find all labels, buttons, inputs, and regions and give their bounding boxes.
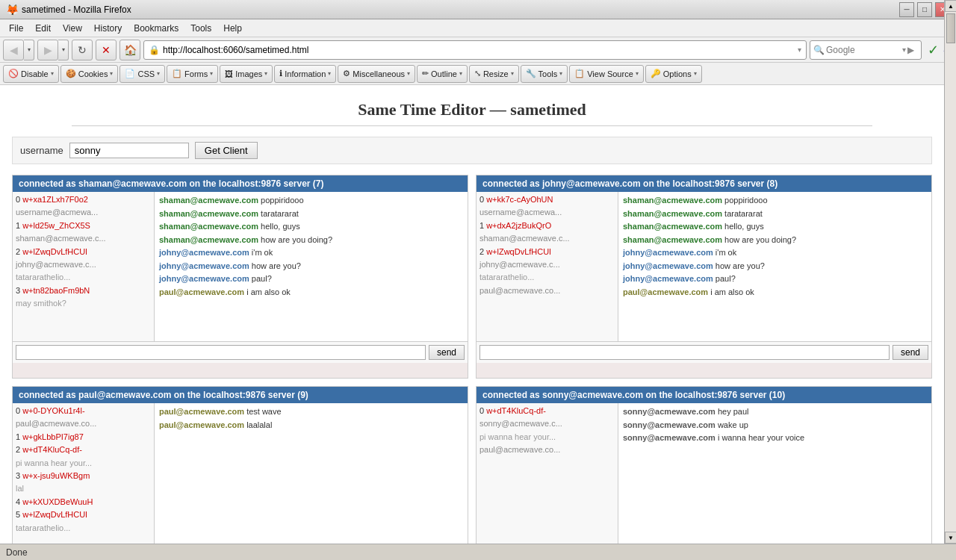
list-item: 3 w+x-jsu9uWKBgm [14, 470, 152, 482]
cookies-button[interactable]: 🍪 Cookies ▾ [60, 65, 119, 83]
chat-panel-1: connected as shaman@acmewave.com on the … [12, 175, 468, 379]
outline-button[interactable]: ✏ Outline ▾ [417, 65, 468, 83]
reload-button[interactable]: ↻ [72, 40, 93, 60]
get-client-button[interactable]: Get Client [195, 142, 258, 159]
chat-message: paul@acmewave.com i am also ok [159, 286, 463, 299]
back-button[interactable]: ◀ [3, 40, 24, 60]
chat-grid: connected as shaman@acmewave.com on the … [12, 175, 932, 544]
scroll-up-button[interactable]: ▲ [945, 0, 956, 12]
username-input[interactable] [69, 143, 189, 158]
list-item: tatararathelio... [14, 271, 152, 284]
menu-view[interactable]: View [57, 22, 88, 35]
forms-icon: 📋 [172, 69, 182, 78]
list-item: 0 w+xa1ZLxh7F0o2 [14, 193, 152, 206]
send-button-2[interactable]: send [893, 345, 928, 360]
scroll-track[interactable] [945, 12, 956, 532]
chat-users-2: 0 w+kk7c-cAyOhUN username@acmewa... 1 w+… [477, 192, 618, 341]
maximize-button[interactable]: □ [917, 2, 932, 17]
chat-message: shaman@acmewave.com taratararat [623, 208, 927, 220]
cookies-label: Cookies [78, 69, 108, 78]
scroll-thumb[interactable] [946, 13, 955, 43]
chat-input-1[interactable] [16, 345, 426, 360]
search-engine-icon: 🔍 [813, 45, 825, 55]
miscellaneous-button[interactable]: ⚙ Miscellaneous ▾ [338, 65, 415, 83]
tools-icon: 🔧 [526, 69, 536, 78]
list-item: 1 w+gkLbbPI7ig87 [14, 431, 152, 444]
list-item: 0 w+dT4KluCq-df- [478, 405, 616, 417]
chat-message: shaman@acmewave.com taratararat [159, 208, 463, 220]
chat-message: johny@acmewave.com how are you? [623, 260, 927, 273]
chat-messages-2: shaman@acmewave.com poppiridooo shaman@a… [618, 192, 931, 341]
list-item: 2 w+lZwqDvLfHCUl [478, 246, 616, 258]
home-button[interactable]: 🏠 [120, 40, 140, 60]
search-input[interactable] [826, 45, 901, 55]
url-dropdown-icon[interactable]: ▾ [798, 46, 801, 54]
chat-panel-4: connected as sonny@acmewave.com on the l… [476, 386, 932, 544]
window-title: sametimed - Mozilla Firefox [22, 4, 131, 15]
chat-body-2: 0 w+kk7c-cAyOhUN username@acmewa... 1 w+… [477, 192, 931, 341]
menu-tools[interactable]: Tools [184, 22, 217, 35]
firefox-icon: 🦊 [6, 4, 19, 16]
url-lock-icon: 🔒 [149, 45, 160, 55]
css-button[interactable]: 📄 CSS ▾ [120, 65, 165, 83]
view-source-button[interactable]: 📋 View Source ▾ [569, 65, 644, 83]
menu-help[interactable]: Help [217, 22, 248, 35]
information-button[interactable]: ℹ Information ▾ [274, 65, 336, 83]
list-item: johny@acmewave.c... [14, 258, 152, 271]
outline-icon: ✏ [422, 69, 429, 78]
images-button[interactable]: 🖼 Images ▾ [220, 65, 273, 83]
chat-header-1: connected as shaman@acmewave.com on the … [13, 175, 468, 192]
options-icon: 🔑 [651, 69, 661, 78]
chat-message: shaman@acmewave.com hello, guys [159, 220, 463, 233]
css-arrow: ▾ [157, 70, 160, 77]
back-dropdown[interactable]: ▾ [24, 40, 34, 60]
search-submit-icon[interactable]: ▶ [907, 45, 914, 55]
menu-history[interactable]: History [88, 22, 128, 35]
chat-message: johny@acmewave.com paul? [159, 273, 463, 285]
chat-input-row-1: send [13, 341, 468, 363]
scroll-down-button[interactable]: ▼ [945, 532, 956, 544]
chat-users-1: 0 w+xa1ZLxh7F0o2 username@acmewa... 1 w+… [13, 192, 155, 341]
send-button-1[interactable]: send [429, 345, 465, 360]
information-arrow: ▾ [328, 70, 331, 77]
chat-input-2[interactable] [479, 345, 890, 360]
tools-arrow: ▾ [559, 70, 562, 77]
minimize-button[interactable]: ─ [899, 2, 914, 17]
resize-button[interactable]: ⤡ Resize ▾ [469, 65, 519, 83]
information-label: Information [285, 69, 326, 78]
vertical-scrollbar[interactable]: ▲ ▼ [944, 0, 956, 544]
stop-button[interactable]: ✕ [96, 40, 117, 60]
resize-icon: ⤡ [474, 69, 481, 78]
cookies-icon: 🍪 [66, 69, 76, 78]
chat-message: shaman@acmewave.com poppiridooo [623, 194, 927, 207]
search-dropdown-icon[interactable]: ▾ [902, 46, 906, 54]
list-item: tatararathelio... [14, 522, 152, 535]
disable-icon: 🚫 [8, 69, 19, 78]
images-arrow: ▾ [264, 70, 267, 77]
options-button[interactable]: 🔑 Options ▾ [645, 65, 702, 83]
disable-button[interactable]: 🚫 Disable ▾ [3, 65, 59, 83]
chat-message: johny@acmewave.com paul? [623, 273, 927, 285]
tools-button[interactable]: 🔧 Tools ▾ [521, 65, 568, 83]
title-divider [72, 125, 872, 126]
page-title: Same Time Editor — sametimed [12, 100, 932, 119]
url-input[interactable] [163, 45, 795, 55]
status-text: Done [6, 547, 28, 558]
menu-bookmarks[interactable]: Bookmarks [128, 22, 184, 35]
forward-button[interactable]: ▶ [37, 40, 58, 60]
list-item: paul@acmewave.co... [478, 284, 616, 297]
chat-message: johny@acmewave.com i'm ok [159, 246, 463, 259]
chat-header-3: connected as paul@acmewave.com on the lo… [13, 387, 468, 403]
menu-file[interactable]: File [3, 22, 29, 35]
list-item: username@acmewa... [478, 206, 616, 219]
forms-button[interactable]: 📋 Forms ▾ [167, 65, 218, 83]
menu-edit[interactable]: Edit [29, 22, 57, 35]
list-item: 2 w+dT4KluCq-df- [14, 444, 152, 456]
chat-message: paul@acmewave.com test wave [159, 405, 463, 418]
chat-body-4: 0 w+dT4KluCq-df- sonny@acmewave.c... pi … [477, 403, 931, 544]
chat-message: shaman@acmewave.com how are you doing? [623, 234, 927, 246]
web-developer-toolbar: 🚫 Disable ▾ 🍪 Cookies ▾ 📄 CSS ▾ 📋 Forms … [0, 63, 956, 85]
forward-dropdown[interactable]: ▾ [58, 40, 69, 60]
list-item: 0 w+0-DYOKu1r4l- [14, 405, 152, 417]
list-item: 1 w+ld25w_ZhCX5S [14, 220, 152, 232]
